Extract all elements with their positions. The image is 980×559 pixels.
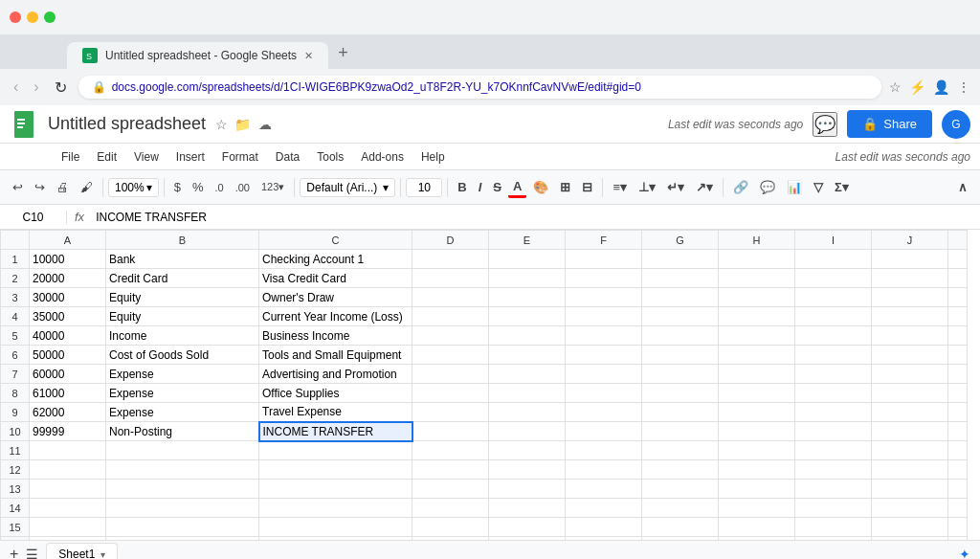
cell-h12[interactable] (719, 460, 795, 480)
cloud-icon[interactable]: ☁ (258, 117, 272, 132)
cell-b8[interactable]: Expense (106, 384, 259, 403)
cell-a2[interactable]: 20000 (30, 269, 106, 288)
cell-e4[interactable] (489, 307, 566, 326)
cell-h5[interactable] (719, 326, 795, 346)
cell-b15[interactable] (106, 518, 259, 537)
col-header-b[interactable]: B (106, 231, 259, 250)
cell-b4[interactable]: Equity (106, 307, 259, 326)
font-color-button[interactable]: A (508, 177, 526, 198)
cell-c2[interactable]: Visa Credit Card (259, 269, 412, 288)
cell-g6[interactable] (642, 346, 719, 365)
cell-i2[interactable] (795, 269, 872, 288)
close-button[interactable] (10, 11, 21, 23)
cell-j15[interactable] (872, 518, 948, 537)
cell-b6[interactable]: Cost of Goods Sold (106, 346, 259, 365)
wrap-button[interactable]: ↵▾ (662, 178, 689, 196)
cell-g3[interactable] (642, 288, 719, 307)
italic-button[interactable]: I (474, 178, 487, 196)
cell-g12[interactable] (642, 460, 719, 480)
cell-h4[interactable] (719, 307, 795, 326)
sheet-tab-1[interactable]: Sheet1 ▾ (46, 543, 118, 559)
cell-h1[interactable] (719, 250, 795, 269)
cell-h11[interactable] (719, 441, 795, 460)
decimal2-button[interactable]: .00 (231, 179, 255, 196)
col-header-j[interactable]: J (872, 231, 948, 250)
currency-button[interactable]: $ (169, 177, 186, 197)
cell-j2[interactable] (872, 269, 948, 288)
cell-f15[interactable] (566, 518, 642, 537)
comment-tb-button[interactable]: 💬 (755, 178, 780, 196)
cell-c12[interactable] (259, 460, 412, 480)
cell-d9[interactable] (412, 403, 489, 422)
col-header-f[interactable]: F (566, 231, 642, 250)
cell-f2[interactable] (566, 269, 642, 288)
format123-button[interactable]: 123▾ (256, 178, 289, 196)
cell-d14[interactable] (412, 499, 489, 518)
cell-f8[interactable] (566, 384, 642, 403)
cell-d12[interactable] (412, 460, 489, 480)
cell-d1[interactable] (412, 250, 489, 269)
cell-d11[interactable] (412, 441, 489, 460)
cell-j7[interactable] (872, 365, 948, 384)
cell-i1[interactable] (795, 250, 872, 269)
profile-icon[interactable]: G (942, 110, 970, 139)
cell-i9[interactable] (795, 403, 872, 422)
function-button[interactable]: Σ▾ (830, 178, 854, 196)
cell-d13[interactable] (412, 480, 489, 499)
cell-g5[interactable] (642, 326, 719, 346)
merge-button[interactable]: ⊟ (577, 178, 597, 196)
cell-d7[interactable] (412, 365, 489, 384)
sheet-list-button[interactable]: ☰ (26, 547, 38, 560)
cell-b10[interactable]: Non-Posting (106, 422, 259, 441)
cell-e13[interactable] (489, 480, 566, 499)
zoom-selector[interactable]: 100% ▾ (108, 178, 159, 197)
cell-f7[interactable] (566, 365, 642, 384)
forward-button[interactable]: › (30, 75, 42, 100)
menu-view[interactable]: View (126, 147, 167, 167)
bookmark-icon[interactable]: ☆ (889, 79, 902, 95)
cell-b12[interactable] (106, 460, 259, 480)
cell-g11[interactable] (642, 441, 719, 460)
cell-j1[interactable] (872, 250, 948, 269)
cell-b11[interactable] (106, 441, 259, 460)
cell-h10[interactable] (719, 422, 795, 441)
cell-a3[interactable]: 30000 (30, 288, 106, 307)
cell-c6[interactable]: Tools and Small Equipment (259, 346, 412, 365)
add-sheet-button[interactable]: + (10, 546, 18, 560)
doc-title[interactable]: Untitled spreadsheet (48, 114, 206, 133)
cell-h2[interactable] (719, 269, 795, 288)
cell-f14[interactable] (566, 499, 642, 518)
cell-a5[interactable]: 40000 (30, 326, 106, 346)
cell-i3[interactable] (795, 288, 872, 307)
cell-d8[interactable] (412, 384, 489, 403)
col-header-d[interactable]: D (412, 231, 489, 250)
col-header-a[interactable]: A (30, 231, 106, 250)
cell-g13[interactable] (642, 480, 719, 499)
new-tab-button[interactable]: + (328, 37, 358, 69)
cell-h13[interactable] (719, 480, 795, 499)
maximize-button[interactable] (44, 11, 56, 23)
col-header-e[interactable]: E (489, 231, 566, 250)
valign-button[interactable]: ⊥▾ (634, 178, 660, 196)
cell-c8[interactable]: Office Supplies (259, 384, 412, 403)
cell-j14[interactable] (872, 499, 948, 518)
cell-d10[interactable] (412, 422, 489, 441)
cell-j4[interactable] (872, 307, 948, 326)
cell-j10[interactable] (872, 422, 948, 441)
cell-e15[interactable] (489, 518, 566, 537)
decimal0-button[interactable]: .0 (211, 179, 229, 196)
cell-g10[interactable] (642, 422, 719, 441)
cell-j3[interactable] (872, 288, 948, 307)
cell-e11[interactable] (489, 441, 566, 460)
minimize-button[interactable] (27, 11, 38, 23)
cell-c4[interactable]: Current Year Income (Loss) (259, 307, 412, 326)
share-button[interactable]: 🔒 Share (847, 110, 932, 138)
cell-a15[interactable] (30, 518, 106, 537)
bold-button[interactable]: B (453, 178, 471, 196)
cell-j6[interactable] (872, 346, 948, 365)
extensions-icon[interactable]: ⚡ (909, 79, 925, 95)
redo-button[interactable]: ↪ (30, 177, 50, 197)
cell-c1[interactable]: Checking Account 1 (259, 250, 412, 269)
cell-a9[interactable]: 62000 (30, 403, 106, 422)
cell-g1[interactable] (642, 250, 719, 269)
